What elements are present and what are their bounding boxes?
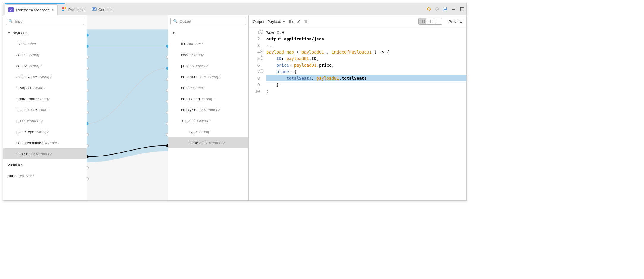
code-line-6[interactable]: price: payload01.price,	[266, 62, 466, 68]
tree-row-seatsavailable[interactable]: seatsAvailable : Number?	[3, 137, 87, 148]
code-line-8[interactable]: totalSeats: payload01.totalSeats	[266, 75, 466, 81]
svg-point-20	[87, 144, 88, 147]
save-icon[interactable]	[443, 7, 448, 12]
svg-rect-40	[304, 20, 307, 21]
output-label: Output	[253, 19, 264, 24]
add-target-icon[interactable]	[288, 19, 294, 23]
tab-problems[interactable]: Problems	[59, 4, 88, 15]
svg-rect-6	[444, 7, 446, 9]
svg-point-15	[87, 89, 88, 92]
undo-icon[interactable]	[426, 7, 431, 12]
close-icon[interactable]: ×	[52, 8, 54, 12]
input-search-field[interactable]	[15, 19, 81, 23]
tree-row-emptyseats[interactable]: emptySeats : Number?	[168, 104, 248, 115]
output-search-field[interactable]	[180, 19, 243, 23]
tree-row-totalseats[interactable]: totalSeats : Number?	[3, 148, 87, 159]
tree-row-takeoffdate[interactable]: takeOffDate : Date?	[3, 104, 87, 115]
mapping-pane: 🔍 ▼Payload : ArrayID : Numbercode1 : Str…	[3, 15, 249, 200]
mapping-canvas	[87, 15, 168, 200]
tree-row-id[interactable]: ID : Number?	[168, 38, 248, 49]
search-icon: 🔍	[173, 19, 178, 23]
delete-icon[interactable]	[304, 19, 308, 23]
problems-icon	[62, 7, 67, 12]
tree-row-origin[interactable]: origin : String?	[168, 82, 248, 93]
tab-label: Problems	[68, 7, 85, 12]
tree-row-airlinename[interactable]: airlineName : String?	[3, 71, 87, 82]
svg-rect-8	[452, 9, 455, 10]
tree-row-price[interactable]: price : Number?	[3, 115, 87, 126]
layout-split-left[interactable]	[419, 18, 426, 24]
tabbar-actions	[426, 7, 465, 12]
fold-icon[interactable]: −	[260, 69, 263, 73]
svg-rect-42	[422, 20, 425, 23]
tab-console[interactable]: Console	[89, 4, 116, 15]
fold-icon[interactable]: −	[260, 56, 263, 60]
layout-buttons	[418, 18, 442, 25]
tree-row-toairport[interactable]: toAirport : String?	[3, 82, 87, 93]
layout-split-right[interactable]	[426, 18, 434, 24]
tree-row-type[interactable]: type : String?	[168, 126, 248, 137]
code-lines: %dw 2.0output application/json---payload…	[262, 28, 466, 200]
svg-rect-2	[62, 10, 64, 11]
tree-row-planetype[interactable]: planeType : String?	[3, 126, 87, 137]
redo-icon[interactable]	[434, 7, 440, 12]
layout-full[interactable]	[434, 18, 442, 24]
tree-row-code[interactable]: code : String?	[168, 49, 248, 60]
maximize-icon[interactable]	[459, 7, 465, 12]
tree-row-attributes[interactable]: Attributes : Void	[3, 170, 87, 181]
tree-row-code1[interactable]: code1 : String	[3, 49, 87, 60]
code-line-7[interactable]: plane: {	[266, 68, 466, 75]
caret-icon: ▼	[181, 119, 184, 123]
tree-row-totalseats[interactable]: totalSeats : Number?	[168, 137, 248, 148]
code-line-5[interactable]: ID: payload01.ID,	[266, 55, 466, 62]
code-line-2[interactable]: output application/json	[266, 36, 466, 42]
svg-point-12	[87, 56, 88, 59]
tree-row-plane[interactable]: ▼plane : Object?	[168, 115, 248, 126]
svg-point-19	[87, 133, 88, 136]
edit-icon[interactable]	[297, 19, 301, 23]
svg-rect-0	[62, 7, 64, 9]
tree-row-fromairport[interactable]: fromAirport : String?	[3, 93, 87, 104]
svg-point-16	[87, 100, 88, 103]
preview-button[interactable]: Preview	[449, 19, 462, 24]
code-editor[interactable]: 1−234−5−67−8910 %dw 2.0output applicatio…	[249, 28, 466, 200]
output-search[interactable]: 🔍	[170, 18, 246, 25]
input-tree-col: 🔍 ▼Payload : ArrayID : Numbercode1 : Str…	[3, 15, 87, 200]
tree-row-price[interactable]: price : Number?	[168, 60, 248, 71]
fold-icon[interactable]: −	[260, 50, 263, 53]
tree-row-code2[interactable]: code2 : String?	[3, 60, 87, 71]
tree-row-destination[interactable]: destination : String?	[168, 93, 248, 104]
svg-rect-43	[428, 20, 431, 23]
tab-transform-message[interactable]: ✓ Transform Message ×	[5, 4, 58, 15]
svg-rect-44	[431, 20, 432, 23]
tree-row-departuredate[interactable]: departureDate : String?	[168, 71, 248, 82]
svg-point-13	[87, 67, 88, 70]
main: 🔍 ▼Payload : ArrayID : Numbercode1 : Str…	[3, 15, 466, 200]
tree-row-array-object-[interactable]: ▼Array	[168, 27, 248, 38]
console-icon	[92, 7, 97, 12]
svg-point-17	[87, 111, 88, 114]
svg-rect-1	[65, 7, 66, 9]
code-toolbar: Output Payload ▼	[249, 15, 466, 28]
output-search-row: 🔍	[168, 15, 248, 27]
fold-icon[interactable]: −	[260, 30, 263, 34]
input-tree: ▼Payload : ArrayID : Numbercode1 : Strin…	[3, 27, 87, 181]
code-line-10[interactable]: }	[266, 88, 466, 95]
minimize-icon[interactable]	[451, 7, 456, 12]
tree-row-id[interactable]: ID : Number	[3, 38, 87, 49]
svg-rect-5	[93, 9, 94, 10]
code-line-3[interactable]: ---	[266, 42, 466, 49]
input-search[interactable]: 🔍	[6, 18, 84, 25]
tree-row-variables[interactable]: Variables	[3, 159, 87, 170]
svg-rect-9	[460, 7, 464, 11]
code-line-1[interactable]: %dw 2.0	[266, 29, 466, 36]
code-line-4[interactable]: payload map ( payload01 , indexOfPayload…	[266, 49, 466, 55]
code-line-9[interactable]: }	[266, 81, 466, 88]
tab-accent	[5, 3, 65, 4]
app-root: ✓ Transform Message × Problems Console	[3, 3, 467, 201]
transform-icon: ✓	[8, 7, 14, 12]
tree-row-payload[interactable]: ▼Payload : Array	[3, 27, 87, 38]
target-dropdown[interactable]: Payload ▼	[267, 19, 285, 24]
svg-rect-4	[93, 8, 95, 9]
svg-point-23	[87, 178, 88, 180]
